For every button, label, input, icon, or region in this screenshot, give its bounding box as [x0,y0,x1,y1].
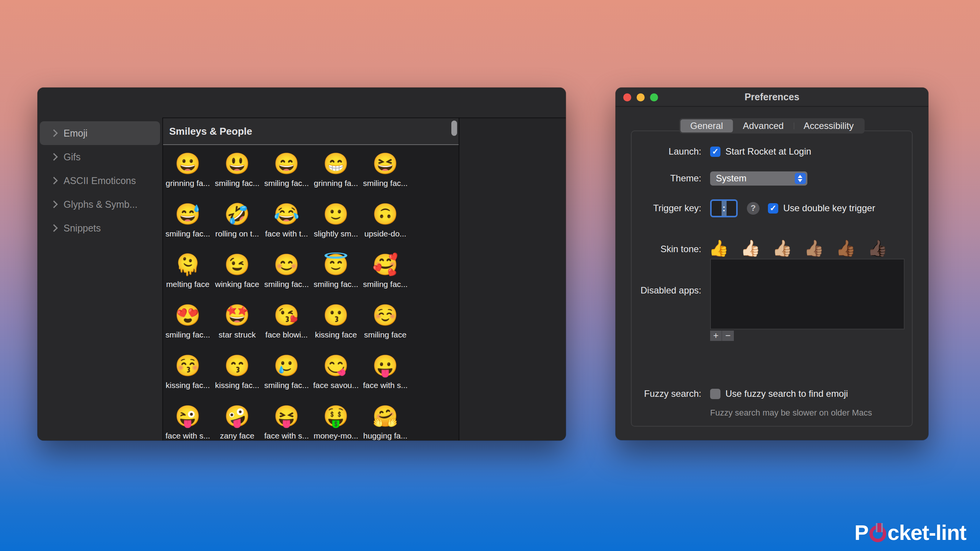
emoji-label: winking face [215,280,260,289]
emoji-item[interactable]: 😁grinning fa... [311,147,361,197]
double-key-checkbox[interactable]: ✓ [768,203,778,214]
emoji-label: melting face [166,280,209,289]
launch-checkbox[interactable]: ✓ [710,147,720,157]
emoji-item[interactable]: 😜face with s... [163,399,212,440]
emoji-item[interactable]: 😙kissing fac... [212,349,262,399]
emoji-item[interactable]: 🤪zany face [212,399,262,440]
emoji-label: face with s... [363,381,408,390]
sidebar-item-gifs[interactable]: Gifs [40,145,160,169]
rocket-window: + Search EmojiGifsASCII EmoticonsGlyphs … [38,88,566,440]
sidebar-item-label: Gifs [64,152,80,163]
tab-accessibility[interactable]: Accessibility [794,119,864,132]
emoji-label: smiling fac... [264,179,309,188]
emoji-item[interactable]: 😗kissing face [311,298,361,349]
emoji-glyph: 😂 [274,200,299,228]
fuzzy-search-checkbox-label: Use fuzzy search to find emoji [725,388,848,399]
sidebar-item-ascii-emoticons[interactable]: ASCII Emoticons [40,169,160,192]
emoji-item[interactable]: ☺️smiling face [361,298,410,349]
preferences-tabs: GeneralAdvancedAccessibility [679,118,865,134]
emoji-label: zany face [220,431,255,440]
emoji-item[interactable]: 😝face with s... [262,399,311,440]
thumbs-up-emoji: 👍🏻 [740,238,760,258]
emoji-glyph: 🥰 [372,251,398,279]
emoji-label: smiling fac... [264,381,309,390]
tab-general[interactable]: General [680,119,733,132]
emoji-item[interactable]: 😆smiling fac... [361,147,410,197]
tab-advanced[interactable]: Advanced [733,119,794,132]
emoji-glyph: 😜 [175,402,201,430]
sidebar-item-label: Emoji [64,128,88,139]
emoji-item[interactable]: 🥲smiling fac... [262,349,311,399]
fuzzy-search-note: Fuzzy search may be slower on older Macs [710,408,872,418]
sidebar-item-snippets[interactable]: Snippets [40,216,160,240]
emoji-item[interactable]: 🥰smiling fac... [361,248,410,298]
close-button[interactable] [623,93,631,101]
emoji-glyph: 🥲 [274,352,299,380]
emoji-glyph: 😃 [224,150,250,178]
emoji-label: smiling fac... [363,179,408,188]
zoom-button[interactable] [650,93,658,101]
emoji-item[interactable]: 🫠melting face [163,248,212,298]
emoji-item[interactable]: 😋face savou... [311,349,361,399]
skin-tone-label: Skin tone: [660,244,701,254]
preferences-titlebar[interactable]: Preferences [616,88,928,107]
emoji-item[interactable]: 😚kissing fac... [163,349,212,399]
help-button[interactable]: ? [747,202,760,215]
emoji-item[interactable]: 😉winking face [212,248,262,298]
emoji-label: star struck [219,330,256,339]
rocket-titlebar[interactable]: + Search [38,88,566,117]
thumbs-up-emoji: 👍🏼 [772,238,792,258]
emoji-item[interactable]: 🤣rolling on t... [212,197,262,248]
disabled-apps-list[interactable] [710,259,905,329]
emoji-item[interactable]: 🤩star struck [212,298,262,349]
emoji-glyph: 😋 [323,352,349,380]
emoji-content-column: Smileys & People 😀grinning fa...😃smiling… [162,117,459,440]
emoji-label: face blowi... [265,330,308,339]
emoji-item[interactable]: 😘face blowi... [262,298,311,349]
emoji-item[interactable]: 😃smiling fac... [212,147,262,197]
emoji-item[interactable]: 🙃upside-do... [361,197,410,248]
sidebar: EmojiGifsASCII EmoticonsGlyphs & Symb...… [38,117,162,440]
emoji-item[interactable]: 😊smiling fac... [262,248,311,298]
chevron-right-icon [50,224,58,232]
sidebar-item-label: ASCII Emoticons [64,175,136,186]
logo-text-before: P [854,520,868,545]
theme-dropdown[interactable]: System [710,171,807,186]
sidebar-item-emoji[interactable]: Emoji [40,121,160,145]
emoji-item[interactable]: 😀grinning fa... [163,147,212,197]
fuzzy-search-checkbox[interactable] [710,389,720,399]
sidebar-item-label: Glyphs & Symb... [64,199,137,210]
emoji-glyph: 🤑 [323,402,349,430]
emoji-item[interactable]: 😛face with s... [361,349,410,399]
emoji-item[interactable]: 😇smiling fac... [311,248,361,298]
emoji-label: face with s... [165,431,210,440]
emoji-glyph: 😘 [274,301,299,329]
emoji-glyph: 🤪 [224,402,250,430]
emoji-item[interactable]: 😄smiling fac... [262,147,311,197]
emoji-glyph: 😊 [274,251,299,279]
emoji-label: smiling fac... [363,280,408,289]
emoji-glyph: 🤗 [372,402,398,430]
emoji-item[interactable]: 🤗hugging fa... [361,399,410,440]
emoji-label: smiling fac... [264,280,309,289]
trigger-key-field[interactable]: : [710,199,738,217]
emoji-item[interactable]: 😅smiling fac... [163,197,212,248]
thumbs-up-emoji: 👍🏾 [836,238,856,258]
emoji-item[interactable]: 😂face with t... [262,197,311,248]
add-app-button[interactable]: + [710,331,722,341]
chevron-right-icon [50,129,58,137]
double-key-checkbox-label: Use double key trigger [783,203,875,214]
remove-app-button[interactable]: − [722,331,734,341]
preview-pane [459,117,566,440]
sidebar-item-glyphs-symb[interactable]: Glyphs & Symb... [40,192,160,216]
power-icon [869,525,886,542]
emoji-item[interactable]: 🙂slightly sm... [311,197,361,248]
list-edit-buttons: + − [710,331,734,341]
minimize-button[interactable] [637,93,645,101]
thumbs-up-emoji: 👍🏿 [867,238,887,258]
emoji-item[interactable]: 🤑money-mo... [311,399,361,440]
theme-label: Theme: [670,173,701,184]
emoji-glyph: 😗 [323,301,349,329]
scrollbar-thumb[interactable] [451,121,457,136]
emoji-item[interactable]: 😍smiling fac... [163,298,212,349]
